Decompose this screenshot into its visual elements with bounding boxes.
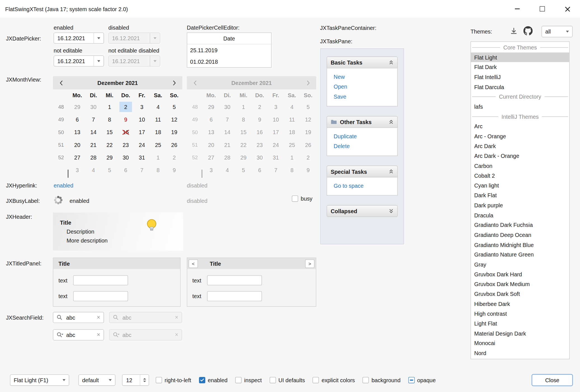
theme-list-item[interactable]: Gradianto Midnight Blue — [471, 240, 569, 250]
busy-checkbox[interactable]: busy — [292, 196, 313, 202]
search-icon[interactable] — [56, 314, 63, 320]
theme-list-item[interactable]: Cobalt 2 — [471, 171, 569, 180]
theme-list-item[interactable]: Material Design Dark — [471, 329, 569, 338]
checkbox-ui-defaults[interactable]: UI defaults — [270, 377, 305, 383]
checkbox-background[interactable]: background — [363, 377, 400, 383]
hyperlink-enabled[interactable]: enabled — [54, 182, 74, 188]
theme-list-item[interactable]: Flat IntelliJ — [471, 72, 569, 82]
theme-list-item[interactable]: Gruvbox Dark Medium — [471, 279, 569, 289]
day-cell[interactable]: 31 — [134, 151, 150, 164]
day-cell[interactable]: 23 — [118, 139, 134, 151]
checkbox-opaque[interactable]: opaque — [408, 377, 436, 383]
theme-list-item[interactable]: Arc Dark — [471, 141, 569, 151]
checkbox-box[interactable] — [313, 377, 319, 383]
taskpane-header[interactable]: Special Tasks — [327, 166, 398, 177]
day-cell[interactable]: 27 — [69, 151, 85, 164]
day-cell[interactable]: 5 — [102, 164, 118, 177]
taskpane-link[interactable]: Duplicate — [334, 131, 397, 141]
taskpane-link[interactable]: Save — [334, 92, 397, 102]
table-row[interactable]: 01.02.2018 — [187, 56, 271, 67]
themes-filter-combobox[interactable]: all — [541, 26, 572, 37]
day-cell[interactable]: 7 — [85, 113, 102, 126]
day-cell[interactable]: 30 — [85, 101, 102, 113]
maximize-button[interactable] — [530, 0, 555, 18]
checkbox-box[interactable] — [408, 377, 414, 383]
theme-list-item[interactable]: Gruvbox Dark Soft — [471, 289, 569, 299]
theme-list-item[interactable]: Flat Darcula — [471, 82, 569, 92]
day-cell[interactable]: 6 — [69, 113, 85, 126]
day-cell[interactable]: 10 — [134, 113, 150, 126]
previous-month-button[interactable] — [53, 76, 69, 89]
day-cell[interactable]: 25 — [150, 139, 166, 151]
theme-list-item[interactable]: Hiberbee Dark — [471, 299, 569, 309]
theme-list-item[interactable]: Cyan light — [471, 180, 569, 190]
font-size-spinner[interactable]: 12 — [122, 374, 149, 386]
day-cell[interactable]: 14 — [85, 126, 102, 139]
day-cell[interactable]: 24 — [134, 139, 150, 151]
taskpane-link[interactable]: Open — [334, 82, 397, 92]
checkbox-box[interactable] — [199, 377, 205, 383]
day-cell[interactable]: 1 — [102, 101, 118, 113]
datepicker-value[interactable]: 16.12.2021 — [54, 35, 94, 41]
collapse-icon[interactable] — [389, 119, 393, 125]
theme-list-item[interactable]: Monocai — [471, 338, 569, 348]
next-button[interactable]: > — [305, 259, 314, 268]
checkbox-enabled[interactable]: enabled — [199, 377, 227, 383]
taskpane-header[interactable]: Other Tasks — [327, 116, 398, 128]
day-cell[interactable]: 7 — [134, 164, 150, 177]
theme-list-item[interactable]: Carbon — [471, 161, 569, 171]
checkbox-box[interactable] — [292, 196, 298, 202]
checkbox-right-to-left[interactable]: right-to-left — [156, 377, 191, 383]
day-cell[interactable]: 16 — [118, 126, 134, 139]
text-input[interactable] — [207, 291, 262, 301]
spinner-down-icon[interactable] — [143, 381, 146, 382]
theme-list-item[interactable]: Gray — [471, 260, 569, 269]
clear-icon[interactable]: × — [97, 332, 100, 338]
day-cell[interactable]: 6 — [118, 164, 134, 177]
taskpane-link[interactable]: New — [334, 72, 397, 82]
day-cell[interactable]: 11 — [150, 113, 166, 126]
theme-list-item[interactable]: Gradianto Dark Fuchsia — [471, 220, 569, 230]
theme-list-item[interactable]: Flat Light — [471, 52, 569, 62]
day-cell[interactable]: 4 — [150, 101, 166, 113]
checkbox-inspect[interactable]: inspect — [235, 377, 262, 383]
day-cell[interactable]: 15 — [102, 126, 118, 139]
day-cell[interactable]: 19 — [166, 126, 182, 139]
day-cell[interactable]: 9 — [166, 164, 182, 177]
day-cell[interactable]: 29 — [102, 151, 118, 164]
theme-list-item[interactable]: Gradianto Deep Ocean — [471, 230, 569, 240]
day-cell[interactable]: 17 — [134, 126, 150, 139]
collapse-icon[interactable] — [389, 169, 393, 174]
day-cell[interactable]: 2 — [166, 151, 182, 164]
checkbox-box[interactable] — [363, 377, 369, 383]
text-input[interactable] — [207, 275, 262, 285]
theme-list-item[interactable]: lafs — [471, 102, 569, 111]
datepicker-dropdown-button[interactable] — [94, 56, 104, 66]
checkbox-explicit-colors[interactable]: explicit colors — [313, 377, 355, 383]
searchfield-menu-enabled[interactable]: abc× — [53, 329, 104, 341]
search-menu-icon[interactable] — [56, 332, 63, 338]
day-cell[interactable]: 28 — [85, 151, 102, 164]
github-icon[interactable] — [524, 26, 533, 35]
theme-list-item[interactable]: Gradianto Nature Green — [471, 250, 569, 259]
day-cell[interactable]: 13 — [69, 126, 85, 139]
theme-list-item[interactable]: Flat Dark — [471, 62, 569, 72]
close-window-button[interactable] — [555, 0, 580, 18]
theme-list-item[interactable]: Nord — [471, 348, 569, 358]
text-input[interactable] — [73, 275, 128, 285]
day-cell[interactable]: 4 — [85, 164, 102, 177]
datepicker-value[interactable]: 16.12.2021 — [54, 58, 94, 64]
style-combobox[interactable]: default — [78, 374, 115, 386]
laf-combobox[interactable]: Flat Light (F1) — [10, 374, 69, 386]
search-input[interactable]: abc — [66, 332, 94, 338]
taskpane-header[interactable]: Collapsed — [327, 205, 398, 217]
collapse-icon[interactable] — [389, 60, 393, 65]
datepicker[interactable]: 16.12.2021 — [54, 55, 104, 66]
datepicker-dropdown-button[interactable] — [94, 33, 104, 43]
day-cell[interactable]: 8 — [102, 113, 118, 126]
clear-icon[interactable]: × — [97, 315, 100, 320]
day-cell[interactable]: 3 — [69, 164, 85, 177]
theme-list-item[interactable]: Arc Dark - Orange — [471, 151, 569, 161]
expand-icon[interactable] — [389, 208, 393, 214]
taskpane-link[interactable]: Go to space — [334, 181, 397, 191]
